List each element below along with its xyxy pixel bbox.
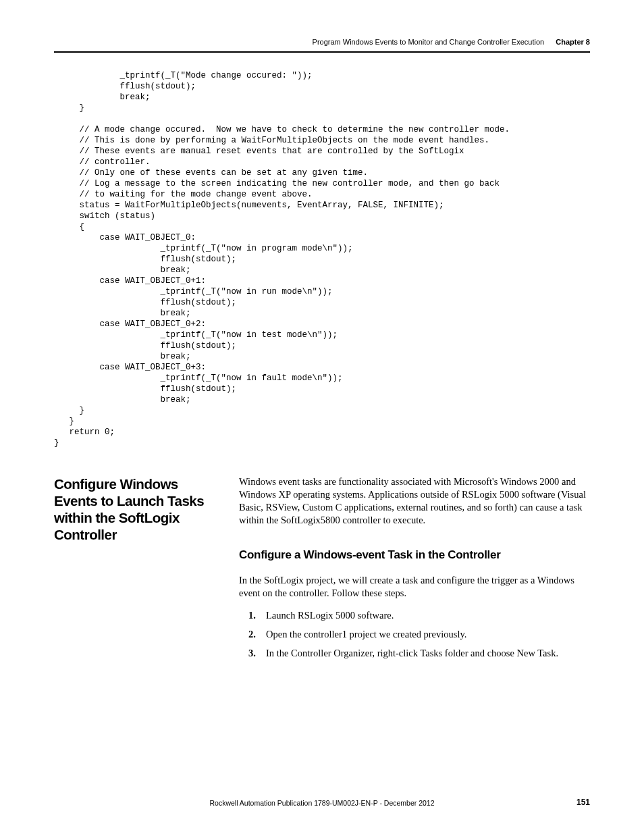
section-lead: In the SoftLogix project, we will create… <box>239 574 590 600</box>
page-footer: Rockwell Automation Publication 1789-UM0… <box>54 799 590 807</box>
running-head-chapter: Chapter 8 <box>556 38 590 46</box>
list-item: Open the controller1 project we created … <box>248 628 590 641</box>
list-item: Launch RSLogix 5000 software. <box>248 609 590 622</box>
section-title: Configure Windows Events to Launch Tasks… <box>54 475 224 543</box>
footer-publication: Rockwell Automation Publication 1789-UM0… <box>54 799 590 807</box>
running-head-title: Program Windows Events to Monitor and Ch… <box>313 38 545 46</box>
section-intro: Windows event tasks are functionality as… <box>239 475 590 527</box>
footer-page-number: 151 <box>576 798 590 807</box>
running-head: Program Windows Events to Monitor and Ch… <box>54 38 590 53</box>
steps-list: Launch RSLogix 5000 software. Open the c… <box>248 609 590 660</box>
code-block: _tprintf(_T("Mode change occured: ")); f… <box>54 70 590 448</box>
section-two-column: Configure Windows Events to Launch Tasks… <box>54 475 590 666</box>
list-item: In the Controller Organizer, right-click… <box>248 647 590 660</box>
section-subheading: Configure a Windows-event Task in the Co… <box>239 548 590 562</box>
